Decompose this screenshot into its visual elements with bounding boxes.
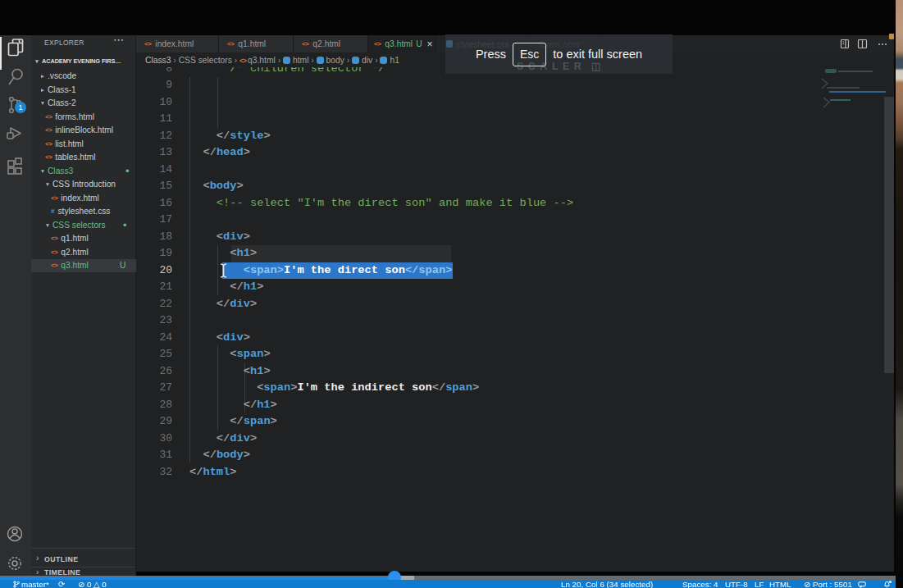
svg-text:1: 1 [18,103,22,112]
